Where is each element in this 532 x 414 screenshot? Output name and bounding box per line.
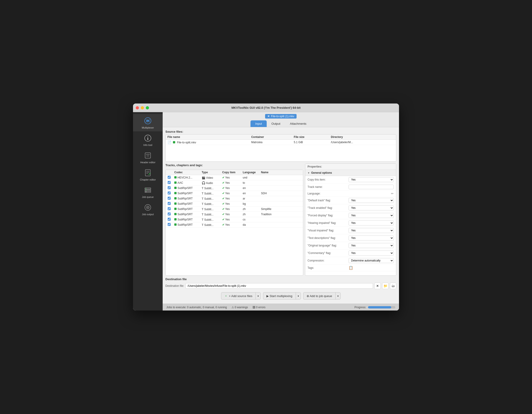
track-lang: to — [241, 180, 259, 185]
track-row[interactable]: SubRip/SRT T Subtit... ✔ Yes da — [166, 222, 303, 228]
track-copy-check: ✔ — [222, 202, 225, 205]
track-checkbox[interactable] — [168, 212, 171, 215]
prop-row: "Commentary" flag: Yes — [305, 249, 396, 257]
middle-area: Tracks, chapters and tags: Codec Type Co… — [165, 164, 396, 276]
prop-select-11[interactable]: Determine automatically — [349, 258, 394, 263]
minimize-button[interactable] — [141, 106, 144, 110]
svg-point-20 — [147, 207, 148, 208]
prop-control-6: Yes — [349, 221, 394, 225]
titlebar: MKVToolNix GUI v82.0 ('I'm The President… — [133, 103, 399, 112]
start-dropdown[interactable]: ▾ — [296, 292, 301, 300]
maximize-button[interactable] — [146, 106, 149, 110]
track-type-icon: T — [202, 218, 203, 221]
track-type: T Subtit... — [200, 185, 220, 191]
prop-control-2: ✏ — [349, 192, 394, 195]
prop-control-3: Yes — [349, 198, 394, 203]
track-codec: SubRip/SRT — [172, 212, 200, 217]
track-checkbox-cell — [166, 175, 172, 180]
tab-input[interactable]: Input — [250, 120, 267, 127]
prop-tags-file-icon-12[interactable]: 📋 — [349, 266, 353, 270]
track-checkbox[interactable] — [168, 186, 171, 189]
add-queue-button[interactable]: ⊕ Add to job queue — [303, 292, 335, 300]
track-codec: SubRip/SRT — [172, 222, 200, 228]
prop-select-3[interactable]: Yes — [349, 198, 394, 203]
track-row[interactable]: SubRip/SRT T Subtit... ✔ Yes ar — [166, 196, 303, 201]
track-checkbox[interactable] — [168, 218, 171, 221]
track-checkbox[interactable] — [168, 202, 171, 205]
prop-select-4[interactable]: Yes — [349, 205, 394, 211]
track-row[interactable]: SubRip/SRT T Subtit... ✔ Yes bg — [166, 201, 303, 207]
track-copy-check: ✔ — [222, 186, 225, 190]
track-lang: bg — [241, 201, 259, 207]
track-checkbox[interactable] — [168, 192, 171, 194]
track-dot — [174, 208, 177, 210]
track-type-icon: T — [202, 207, 203, 211]
track-codec: SubRip/SRT — [172, 207, 200, 212]
col-type-header: Type — [200, 170, 220, 175]
destination-clear-button[interactable]: ✕ — [374, 283, 381, 289]
track-checkbox[interactable] — [168, 176, 171, 179]
prop-select-9[interactable]: Yes — [349, 243, 394, 248]
track-row[interactable]: SubRip/SRT T Subtit... ✔ Yes en SDH — [166, 191, 303, 196]
source-file-row[interactable]: 📄 File-to-split.mkv Matroska 5.1 GiB /Us… — [166, 140, 396, 145]
track-lang: en — [241, 191, 259, 196]
prop-control-11: Determine automatically — [349, 258, 394, 263]
prop-select-7[interactable]: Yes — [349, 228, 394, 233]
track-row[interactable]: HEVC/H.2... 🎬 Video ✔ Yes und — [166, 175, 303, 180]
destination-options-button[interactable]: 🗂 — [390, 283, 396, 289]
svg-point-2 — [147, 137, 148, 138]
track-lang: und — [241, 175, 259, 180]
track-name — [259, 185, 303, 191]
destination-browse-button[interactable]: 📁 — [382, 283, 389, 289]
track-row[interactable]: AAC 🎧 Audio ✔ Yes to — [166, 180, 303, 185]
sidebar-item-chapter-editor[interactable]: Chapter editor — [133, 166, 163, 183]
tab-attachments[interactable]: Attachments — [285, 120, 311, 127]
close-button[interactable] — [136, 106, 139, 110]
sidebar-item-header-editor[interactable]: Header editor — [133, 149, 163, 166]
prop-row: "Forced display" flag: Yes — [305, 212, 396, 219]
content-area: ✕ File-to-split (1).mkv Input Output Att… — [163, 112, 399, 311]
sidebar-item-job-queue[interactable]: Job queue — [133, 183, 163, 201]
track-checkbox[interactable] — [168, 223, 171, 226]
track-row[interactable]: SubRip/SRT T Subtit... ✔ Yes zh Traditio… — [166, 212, 303, 217]
source-file-size: 5.1 GiB — [292, 140, 329, 145]
destination-section-label: Destination file — [165, 277, 396, 281]
track-row[interactable]: SubRip/SRT T Subtit... ✔ Yes zh Simplifi… — [166, 207, 303, 212]
add-source-button[interactable]: ＋ + Add source files — [221, 292, 256, 300]
prop-edit-icon-2[interactable]: ✏ — [391, 192, 394, 195]
prop-input-1[interactable] — [349, 185, 394, 189]
sidebar-item-job-output[interactable]: Job output — [133, 201, 163, 218]
tab-output[interactable]: Output — [267, 120, 285, 127]
prop-select-8[interactable]: Yes — [349, 236, 394, 240]
add-queue-dropdown[interactable]: ▾ — [335, 292, 341, 300]
file-tag-close[interactable]: ✕ — [267, 115, 270, 118]
track-checkbox[interactable] — [168, 181, 171, 184]
prop-select-5[interactable]: Yes — [349, 213, 394, 218]
add-source-dropdown[interactable]: ▾ — [256, 292, 261, 300]
track-copy-check: ✔ — [222, 207, 225, 211]
sidebar: Multiplexer Info tool — [133, 112, 163, 311]
track-row[interactable]: SubRip/SRT T Subtit... ✔ Yes cs — [166, 217, 303, 222]
properties-panel: Properties: ▼ General options Copy this … — [305, 164, 396, 276]
sidebar-item-info-tool[interactable]: Info tool — [133, 131, 163, 149]
sidebar-item-label-info-tool: Info tool — [143, 144, 152, 146]
prop-row: Language: ✏ — [305, 191, 396, 197]
prop-select-10[interactable]: Yes — [349, 250, 394, 256]
sidebar-item-multiplexer[interactable]: Multiplexer — [133, 114, 163, 131]
prop-row: "Default track" flag: Yes — [305, 197, 396, 204]
start-label: ▶ Start multiplexing — [266, 294, 292, 298]
properties-header: Properties: — [305, 164, 396, 170]
prop-select-6[interactable]: Yes — [349, 221, 394, 225]
start-button[interactable]: ▶ Start multiplexing — [263, 292, 295, 300]
track-checkbox[interactable] — [168, 197, 171, 200]
tracks-table[interactable]: Codec Type Copy item Language Name — [165, 170, 303, 276]
prop-select-0[interactable]: Yes — [349, 177, 394, 182]
track-row[interactable]: SubRip/SRT T Subtit... ✔ Yes en — [166, 185, 303, 191]
prop-rows: Copy this item: Yes Track name: Language… — [305, 176, 396, 271]
destination-input[interactable] — [185, 283, 373, 289]
left-panel: Tracks, chapters and tags: Codec Type Co… — [165, 164, 303, 276]
track-lang: da — [241, 222, 259, 228]
track-checkbox[interactable] — [168, 207, 171, 210]
track-type-icon: T — [202, 197, 203, 200]
track-checkbox-cell — [166, 180, 172, 185]
